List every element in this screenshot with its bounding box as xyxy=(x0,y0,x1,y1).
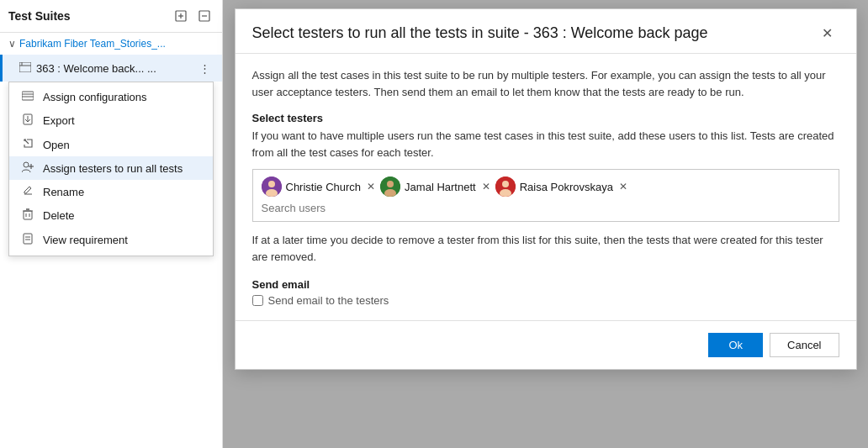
tester-chip-jh: Jamal Hartnett ✕ xyxy=(380,177,490,197)
sidebar-header: Test Suites xyxy=(0,0,222,33)
search-users-input[interactable] xyxy=(262,202,363,214)
team-row[interactable]: ∨ Fabrikam Fiber Team_Stories_... xyxy=(0,33,222,55)
team-label: Fabrikam Fiber Team_Stories_... xyxy=(19,38,166,50)
suite-more-button[interactable]: ⋮ xyxy=(195,59,214,77)
dialog-title: Select testers to run all the tests in s… xyxy=(252,24,708,42)
dialog-body: Assign all the test cases in this test s… xyxy=(236,54,856,320)
tester-name-jh: Jamal Hartnett xyxy=(405,181,476,193)
rename-icon xyxy=(19,185,36,198)
add-suite-button[interactable] xyxy=(172,7,190,25)
close-button[interactable]: ✕ xyxy=(816,21,839,45)
dialog-footer: Ok Cancel xyxy=(236,320,856,369)
sidebar: Test Suites ∨ Fabrikam Fiber Team_Storie… xyxy=(0,0,223,448)
testers-input-box[interactable]: Christie Church ✕ Jamal Hartnett xyxy=(252,169,839,222)
remove-note: If at a later time you decide to remove … xyxy=(252,232,839,265)
select-testers-desc: If you want to have multiple users run t… xyxy=(252,128,839,161)
tester-chip-cc: Christie Church ✕ xyxy=(262,177,376,197)
menu-item-delete[interactable]: Delete xyxy=(9,203,213,228)
menu-label-open: Open xyxy=(43,139,70,151)
testers-row: Christie Church ✕ Jamal Hartnett xyxy=(262,177,830,197)
collapse-sidebar-button[interactable] xyxy=(195,7,214,25)
view-requirement-icon xyxy=(19,233,36,247)
tester-remove-cc[interactable]: ✕ xyxy=(367,181,375,192)
send-email-title: Send email xyxy=(252,278,839,291)
svg-point-33 xyxy=(502,181,509,187)
avatar-jh xyxy=(380,177,400,197)
svg-line-13 xyxy=(24,140,29,144)
avatar-rp xyxy=(495,177,516,197)
avatar-cc xyxy=(262,177,282,197)
menu-label-delete: Delete xyxy=(43,209,75,222)
menu-item-open[interactable]: Open xyxy=(9,133,213,156)
dialog-header: Select testers to run all the tests in s… xyxy=(236,9,856,54)
send-email-label: Send email to the testers xyxy=(268,294,389,307)
menu-item-export[interactable]: Export xyxy=(9,108,213,133)
menu-label-rename: Rename xyxy=(43,186,84,198)
context-menu: Assign configurations Export Open Assign… xyxy=(8,82,214,256)
cancel-button[interactable]: Cancel xyxy=(770,333,839,357)
svg-rect-18 xyxy=(24,211,32,219)
sidebar-header-icons xyxy=(172,7,214,25)
menu-label-assign-configurations: Assign configurations xyxy=(43,91,147,103)
svg-point-14 xyxy=(24,162,29,167)
send-email-checkbox[interactable] xyxy=(252,295,263,306)
tester-remove-rp[interactable]: ✕ xyxy=(619,181,627,192)
send-email-row: Send email to the testers xyxy=(252,294,839,307)
dialog-overlay: Select testers to run all the tests in s… xyxy=(223,0,868,448)
open-icon xyxy=(19,138,36,151)
chevron-down-icon: ∨ xyxy=(8,38,16,50)
suite-item[interactable]: 363 : Welcome back... ... ⋮ xyxy=(0,55,222,82)
svg-point-30 xyxy=(387,181,394,187)
svg-rect-8 xyxy=(22,92,34,100)
menu-item-assign-configurations[interactable]: Assign configurations xyxy=(9,86,213,108)
sidebar-title: Test Suites xyxy=(8,9,71,23)
menu-item-assign-testers[interactable]: Assign testers to run all tests xyxy=(9,156,213,180)
ok-button[interactable]: Ok xyxy=(708,333,763,357)
dialog: Select testers to run all the tests in s… xyxy=(235,8,857,370)
delete-icon xyxy=(19,208,36,223)
assign-config-icon xyxy=(19,91,36,103)
svg-rect-23 xyxy=(24,234,32,244)
suite-label: 363 : Welcome back... ... xyxy=(36,62,195,75)
dialog-intro: Assign all the test cases in this test s… xyxy=(252,67,839,100)
menu-item-rename[interactable]: Rename xyxy=(9,180,213,203)
tester-remove-jh[interactable]: ✕ xyxy=(482,181,490,192)
menu-label-view-requirement: View requirement xyxy=(43,234,128,246)
menu-label-export: Export xyxy=(43,114,75,127)
tester-chip-rp: Raisa Pokrovskaya ✕ xyxy=(495,177,627,197)
send-email-section: Send email Send email to the testers xyxy=(252,278,839,307)
select-testers-title: Select testers xyxy=(252,112,839,124)
menu-label-assign-testers: Assign testers to run all tests xyxy=(43,162,183,175)
tester-name-cc: Christie Church xyxy=(286,181,362,193)
assign-testers-icon xyxy=(19,161,36,175)
tester-name-rp: Raisa Pokrovskaya xyxy=(520,181,613,193)
svg-rect-5 xyxy=(19,62,31,72)
menu-item-view-requirement[interactable]: View requirement xyxy=(9,228,213,252)
export-icon xyxy=(19,113,36,128)
svg-point-27 xyxy=(268,181,275,187)
suite-icon xyxy=(19,62,31,75)
